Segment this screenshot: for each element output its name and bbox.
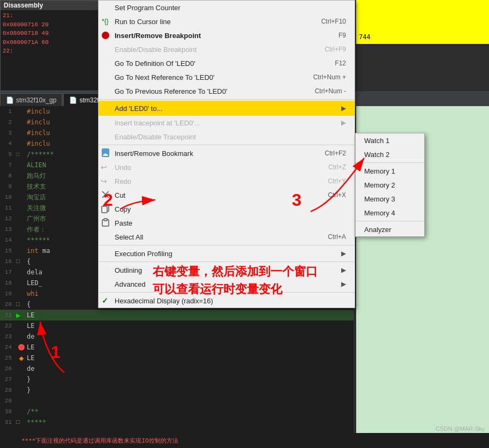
menu-enable-tracepoint[interactable]: Enable/Disable Tracepoint [99,130,355,144]
menu-bookmark[interactable]: Insert/Remove Bookmark Ctrl+F2 [99,146,355,160]
submenu-memory2[interactable]: Memory 2 [356,178,424,192]
menu-undo[interactable]: ↩ Undo Ctrl+Z [99,160,355,174]
cut-icon [101,190,110,201]
marker-25: ◆ [16,354,27,363]
submenu-memory4[interactable]: Memory 4 [356,206,424,220]
run-icon: *{} [102,18,109,25]
code-line-22: 22 LE [0,320,353,331]
menu-copy[interactable]: Copy [99,202,355,216]
dis-line-1: 21: [3,11,110,20]
fold-20[interactable]: □ [16,301,27,308]
cut-shortcut: Ctrl+X [328,191,346,199]
bookmark-shortcut: Ctrl+F2 [325,150,346,157]
undo-icon: ↩ [101,163,107,171]
goto-def-shortcut: F12 [335,59,346,67]
diamond-marker-25: ◆ [19,354,24,363]
marker-24 [16,344,27,350]
tab-stm32f10x-gp[interactable]: 📄 stm32f10x_gp [0,93,62,106]
svg-marker-1 [102,149,109,155]
run-shortcut: Ctrl+F10 [321,18,346,25]
menu-execution-profiling[interactable]: Execution Profiling ▶ [99,247,355,260]
address-text: 744 [359,33,371,41]
file-icon-1: 📄 [6,96,14,104]
add-to-arrow: ▶ [341,104,346,112]
code-line-31: 31 □ ***** [0,417,353,428]
menu-hexadecimal[interactable]: ✓ Hexadecimal Display (radix=16) [99,294,355,308]
menu-goto-prev-ref[interactable]: Go To Previous Reference To 'LED0' Ctrl+… [99,84,355,98]
code-line-30: 30 /** [0,406,353,417]
code-line-28: 28 } [0,385,353,395]
code-line-29: 29 [0,395,353,406]
csdn-watermark: CSDN @MAR-Sky [435,425,485,432]
submenu-memory3[interactable]: Memory 3 [356,192,424,206]
trace-arrow: ▶ [341,119,346,126]
enable-bp-shortcut: Ctrl+F9 [325,46,346,53]
code-line-27: 27 } [0,374,353,385]
submenu-watch1[interactable]: Watch 1 [356,133,424,147]
bottom-bar: ****下面注视的代码是通过调用库函数来实现IO控制的方法 [0,433,489,448]
yellow-bar-2 [356,32,489,44]
svg-rect-7 [104,219,107,221]
code-line-23: 23 de [0,331,353,342]
undo-shortcut: Ctrl+Z [328,163,346,171]
menu-cut[interactable]: Cut Ctrl+X [99,188,355,202]
dis-line-5: 22: [3,47,110,56]
copy-icon [101,204,110,215]
menu-set-program-counter[interactable]: Set Program Counter [99,1,355,14]
next-ref-shortcut: Ctrl+Num + [313,73,346,81]
menu-redo[interactable]: ↪ Redo Ctrl+Y [99,174,355,188]
watch-submenu: Watch 1 Watch 2 Memory 1 Memory 2 Memory… [355,133,425,237]
breakpoint-icon [102,32,109,39]
code-line-21: 21 ▶ LE [0,310,353,320]
redo-icon: ↪ [101,177,107,185]
menu-advanced[interactable]: Advanced ▶ [99,277,355,291]
check-icon: ✓ [102,296,108,305]
menu-run-to-cursor[interactable]: *{} Run to Cursor line Ctrl+F10 [99,14,355,28]
sep-3 [99,245,355,245]
menu-enable-breakpoint[interactable]: Enable/Disable Breakpoint Ctrl+F9 [99,42,355,56]
redo-shortcut: Ctrl+Y [328,177,346,185]
fold-31[interactable]: □ [16,419,27,426]
code-line-26: 26 de [0,363,353,374]
menu-paste[interactable]: Paste [99,216,355,230]
dis-line-4: 0x0800071A 60 [3,38,110,47]
submenu-memory1[interactable]: Memory 1 [356,164,424,178]
submenu-watch2[interactable]: Watch 2 [356,147,424,161]
fold-16[interactable]: □ [16,258,27,265]
bottom-code-text: ****下面注视的代码是通过调用库函数来实现IO控制的方法 [0,437,178,445]
disassembly-content: 21: 0x08000716 20 0x08000718 49 0x080007… [1,10,112,57]
bp-shortcut: F9 [338,32,346,39]
menu-goto-definition[interactable]: Go To Definition Of 'LED0' F12 [99,56,355,70]
submenu-sep-2 [356,221,424,221]
yellow-highlight-bar [356,0,489,32]
context-menu: Set Program Counter *{} Run to Cursor li… [98,0,355,308]
menu-goto-next-ref[interactable]: Go To Next Reference To 'LED0' Ctrl+Num … [99,70,355,84]
disassembly-panel: Disassembly 21: 0x08000716 20 0x08000718… [0,0,112,91]
bp-dot [102,32,109,39]
fold-arrow-5[interactable]: □ [16,152,27,158]
code-line-25: 25 ◆ LE [0,353,353,363]
menu-insert-tracepoint[interactable]: Insert tracepoint at 'LED0'... ▶ [99,116,355,130]
paste-icon [101,218,110,229]
arrow-marker-21: ▶ [16,311,27,320]
menu-add-to[interactable]: Add 'LED0' to... ▶ [99,101,355,116]
menu-insert-breakpoint[interactable]: Insert/Remove Breakpoint F9 [99,28,355,42]
sep-5 [99,292,355,293]
dis-line-2: 0x08000716 20 [3,20,110,29]
menu-outlining[interactable]: Outlining ▶ [99,263,355,277]
prev-ref-shortcut: Ctrl+Num - [315,87,346,95]
bookmark-icon [101,148,110,159]
disassembly-title: Disassembly [1,1,112,10]
exec-prof-arrow: ▶ [341,250,346,257]
file-icon-2: 📄 [69,96,77,104]
menu-select-all[interactable]: Select All Ctrl+A [99,230,355,244]
sep-2 [99,145,355,145]
select-all-shortcut: Ctrl+A [328,233,346,241]
submenu-analyzer[interactable]: Analyzer [356,222,424,236]
sep-1 [99,99,355,100]
advanced-arrow: ▶ [341,280,346,288]
sep-4 [99,262,355,262]
outlining-arrow: ▶ [341,266,346,274]
code-line-24: 24 LE [0,342,353,353]
dis-line-3: 0x08000718 49 [3,29,110,38]
